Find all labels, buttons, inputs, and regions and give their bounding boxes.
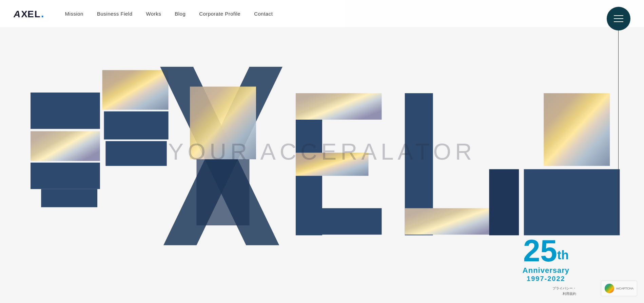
logo-text: AXEL.: [14, 7, 45, 20]
logo[interactable]: AXEL.: [14, 7, 45, 20]
svg-rect-4: [31, 93, 100, 129]
main-nav: Mission Business Field Works Blog Corpor…: [65, 11, 273, 17]
nav-business-field[interactable]: Business Field: [97, 11, 133, 17]
anniversary-label: Anniversary: [523, 266, 569, 275]
svg-rect-23: [544, 93, 610, 166]
svg-rect-18: [296, 208, 382, 235]
anniversary-badge: 25th Anniversary 1997-2022: [523, 236, 569, 283]
svg-rect-8: [102, 70, 169, 110]
anniversary-years: 1997-2022: [523, 275, 569, 283]
svg-rect-5: [31, 131, 100, 161]
recaptcha-text: reCAPTCHA: [616, 287, 633, 290]
vertical-decorative-line: [618, 31, 619, 234]
svg-rect-9: [104, 112, 168, 140]
header: AXEL. Mission Business Field Works Blog …: [0, 0, 644, 27]
svg-rect-6: [31, 163, 100, 189]
svg-rect-21: [489, 169, 519, 235]
nav-blog[interactable]: Blog: [175, 11, 186, 17]
hero-section: A X E L: [0, 0, 644, 303]
svg-rect-14: [196, 159, 249, 225]
recaptcha-badge: reCAPTCHA: [601, 281, 637, 296]
menu-line-3: [614, 21, 623, 22]
menu-line-1: [614, 15, 623, 16]
nav-corporate-profile[interactable]: Corporate Profile: [199, 11, 240, 17]
privacy-link-1[interactable]: プライバシー・: [552, 286, 576, 291]
nav-works[interactable]: Works: [146, 11, 161, 17]
hamburger-menu-button[interactable]: [607, 7, 630, 31]
menu-line-2: [614, 18, 623, 19]
svg-rect-16: [296, 93, 382, 120]
logo-dot: .: [41, 7, 45, 20]
nav-mission[interactable]: Mission: [65, 11, 83, 17]
recaptcha-logo-icon: [605, 284, 614, 293]
svg-rect-10: [105, 141, 167, 166]
svg-rect-22: [524, 169, 620, 235]
svg-rect-7: [41, 189, 97, 207]
privacy-link-2[interactable]: 利用規約: [563, 291, 576, 296]
hero-tagline: YOUR ACCERALATOR: [168, 138, 476, 165]
nav-contact[interactable]: Contact: [254, 11, 273, 17]
privacy-links: プライバシー・ 利用規約: [552, 286, 576, 296]
anniversary-number: 25th: [523, 236, 569, 266]
